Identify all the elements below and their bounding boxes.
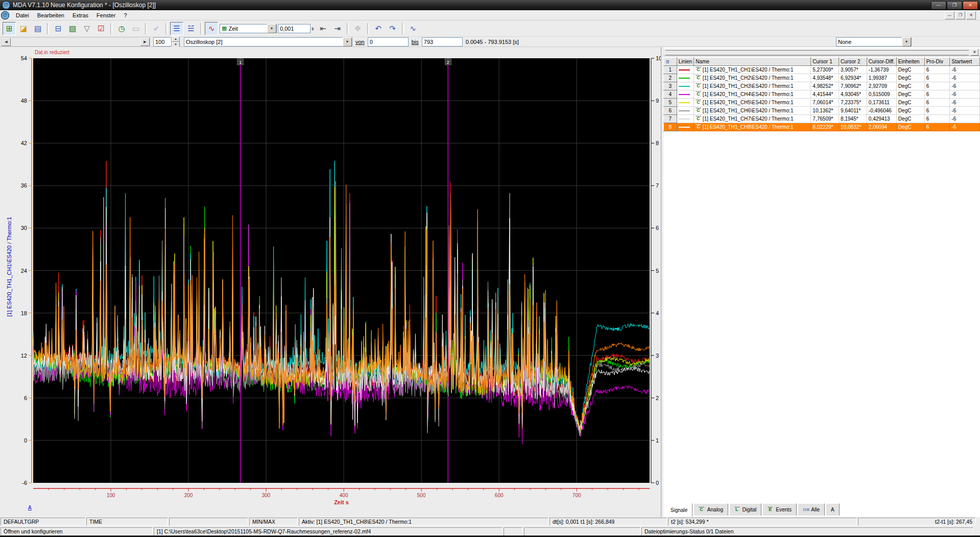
startwert-value[interactable]: -6 bbox=[950, 115, 980, 123]
mdi-child-icon[interactable]: @ bbox=[1, 11, 9, 19]
menu-item-datei[interactable]: Datei bbox=[12, 11, 33, 19]
list-view-button[interactable]: ☰ bbox=[170, 22, 183, 35]
unit-value[interactable]: DegC bbox=[896, 74, 924, 82]
table-row[interactable]: 4C[1] ES420_TH1_CH4\ES420 / Thermo:14,41… bbox=[664, 90, 980, 99]
menu-item-extras[interactable]: Extras bbox=[68, 11, 92, 19]
prodiv-value[interactable]: 6 bbox=[924, 90, 950, 99]
filter-select[interactable]: None ▼ bbox=[836, 37, 912, 46]
cursor-diff-value[interactable]: 0,429413 bbox=[867, 115, 896, 123]
show-config-button[interactable]: ⊟ bbox=[52, 22, 65, 35]
column-header-startwert[interactable]: Startwert bbox=[950, 58, 980, 66]
row-number[interactable]: 6 bbox=[664, 107, 677, 115]
scroll-right-icon[interactable]: ▶ bbox=[140, 38, 150, 46]
tab-events[interactable]: EEvents bbox=[762, 503, 797, 516]
startwert-value[interactable]: -6 bbox=[950, 107, 980, 115]
cursor1-value[interactable]: 10,1362* bbox=[811, 107, 839, 115]
row-number[interactable]: 1 bbox=[664, 66, 677, 74]
axis-marker[interactable]: A bbox=[28, 505, 32, 510]
edit-config-button[interactable]: ▨ bbox=[66, 22, 79, 35]
menu-item-bearbeiten[interactable]: Bearbeiten bbox=[33, 11, 68, 19]
mdi-close-icon[interactable]: ✕ bbox=[966, 11, 976, 19]
unit-value[interactable]: DegC bbox=[896, 115, 924, 123]
row-number[interactable]: 8 bbox=[664, 123, 677, 131]
startwert-value[interactable]: -6 bbox=[950, 82, 980, 90]
column-header-cursor-2[interactable]: Cursor 2 bbox=[839, 58, 867, 66]
cursor1-value[interactable]: 4,93548* bbox=[811, 74, 839, 82]
chevron-down-icon[interactable]: ▼ bbox=[343, 37, 352, 46]
startwert-value[interactable]: -6 bbox=[950, 74, 980, 82]
minimize-button[interactable]: — bbox=[931, 1, 946, 10]
column-header-einheiten[interactable]: Einheiten bbox=[896, 58, 924, 66]
menu-item-fenster[interactable]: Fenster bbox=[92, 11, 119, 19]
unit-value[interactable]: DegC bbox=[896, 82, 924, 90]
cursor-diff-value[interactable]: 2,06094 bbox=[867, 123, 896, 131]
cursor1-value[interactable]: 7,06014* bbox=[811, 99, 839, 107]
time-mode-select[interactable]: ▦ Zeit ▼ bbox=[220, 24, 277, 33]
cursor2-value[interactable]: 7,23375* bbox=[839, 99, 867, 107]
shift-right-button[interactable]: ⇥ bbox=[331, 22, 344, 35]
table-row[interactable]: 5C[1] ES420_TH1_CH5\ES420 / Thermo:17,06… bbox=[664, 99, 980, 107]
cursor-diff-value[interactable]: -1,36739 bbox=[867, 66, 896, 74]
unit-value[interactable]: DegC bbox=[896, 123, 924, 131]
oscilloscope-chart[interactable]: -606121824303642485401234567891012100200… bbox=[0, 47, 661, 517]
undo-button[interactable]: ↶ bbox=[372, 22, 385, 35]
redo-button[interactable]: ↷ bbox=[386, 22, 399, 35]
row-number[interactable]: 2 bbox=[664, 74, 677, 82]
cursor-diff-value[interactable]: 0,173611 bbox=[867, 99, 896, 107]
column-header-name[interactable]: Name bbox=[694, 58, 811, 66]
mdi-minimize-icon[interactable]: — bbox=[945, 11, 954, 19]
column-header-cursor-1[interactable]: Cursor 1 bbox=[811, 58, 839, 66]
scrollbar-track[interactable] bbox=[11, 38, 140, 45]
scroll-left-icon[interactable]: ◀ bbox=[2, 38, 11, 46]
tab-a[interactable]: A bbox=[826, 503, 840, 516]
line-style-cell[interactable] bbox=[677, 74, 694, 82]
save-button[interactable]: ▤ bbox=[31, 22, 44, 35]
mdi-restore-icon[interactable]: ❐ bbox=[955, 11, 965, 19]
prodiv-value[interactable]: 6 bbox=[924, 107, 950, 115]
close-button[interactable]: ✕ bbox=[963, 1, 978, 10]
unit-value[interactable]: DegC bbox=[896, 90, 924, 99]
signal-name[interactable]: C[1] ES420_TH1_CH5\ES420 / Thermo:1 bbox=[694, 99, 811, 107]
unit-value[interactable]: DegC bbox=[896, 107, 924, 115]
chevron-down-icon[interactable]: ▼ bbox=[902, 37, 911, 46]
unit-value[interactable]: DegC bbox=[896, 66, 924, 74]
signal-name[interactable]: C[1] ES420_TH1_CH7\ES420 / Thermo:1 bbox=[694, 115, 811, 123]
startwert-value[interactable]: -6 bbox=[950, 66, 980, 74]
cursor-diff-value[interactable]: 1,99387 bbox=[867, 74, 896, 82]
cursor2-value[interactable]: 7,90962* bbox=[839, 82, 867, 90]
line-style-cell[interactable] bbox=[677, 90, 694, 99]
cursor1-value[interactable]: 5,27309* bbox=[811, 66, 839, 74]
cursor2-value[interactable]: 6,92934* bbox=[839, 74, 867, 82]
table-corner-header[interactable]: ≣ bbox=[664, 58, 677, 66]
interval-input[interactable] bbox=[278, 24, 310, 33]
time-table-button[interactable]: ◷ bbox=[115, 22, 128, 35]
cursor2-value[interactable]: 10,0832* bbox=[839, 123, 867, 131]
signal-name[interactable]: C[1] ES420_TH1_CH1\ES420 / Thermo:1 bbox=[694, 66, 811, 74]
row-number[interactable]: 3 bbox=[664, 82, 677, 90]
unit-value[interactable]: DegC bbox=[896, 99, 924, 107]
chevron-down-icon[interactable]: ▼ bbox=[267, 24, 276, 33]
cursor1-value[interactable]: 7,76509* bbox=[811, 115, 839, 123]
tab-signale[interactable]: Signale bbox=[665, 503, 692, 517]
column-header-cursor-diff-[interactable]: Cursor-Diff. bbox=[867, 58, 896, 66]
cursor1-value[interactable]: 4,98252* bbox=[811, 82, 839, 90]
signal-name[interactable]: C[1] ES420_TH1_CH3\ES420 / Thermo:1 bbox=[694, 82, 811, 90]
shift-left-button[interactable]: ⇤ bbox=[317, 22, 330, 35]
prodiv-value[interactable]: 6 bbox=[924, 123, 950, 131]
prodiv-value[interactable]: 6 bbox=[924, 66, 950, 74]
open-file-button[interactable]: ◪ bbox=[17, 22, 30, 35]
close-panel-icon[interactable]: ✕ bbox=[971, 49, 978, 56]
view-select[interactable]: Oszilloskop [2] ▼ bbox=[184, 37, 352, 46]
line-style-cell[interactable] bbox=[677, 82, 694, 90]
table-row[interactable]: 1C[1] ES420_TH1_CH1\ES420 / Thermo:15,27… bbox=[664, 66, 980, 74]
column-header-pro-div[interactable]: Pro-Div bbox=[924, 58, 950, 66]
filter-button[interactable]: ▽ bbox=[80, 22, 93, 35]
signal-name[interactable]: C[1] ES420_TH1_CH8\ES420 / Thermo:1 bbox=[694, 123, 811, 131]
cursor2-value[interactable]: 9,64011* bbox=[839, 107, 867, 115]
cursor-diff-value[interactable]: -0,496046 bbox=[867, 107, 896, 115]
tab-analog[interactable]: CAnalog bbox=[694, 503, 728, 516]
von-input[interactable] bbox=[368, 37, 409, 46]
row-number[interactable]: 4 bbox=[664, 90, 677, 99]
line-style-cell[interactable] bbox=[677, 107, 694, 115]
table-row[interactable]: 8C[1] ES420_TH1_CH8\ES420 / Thermo:18,02… bbox=[664, 123, 980, 131]
